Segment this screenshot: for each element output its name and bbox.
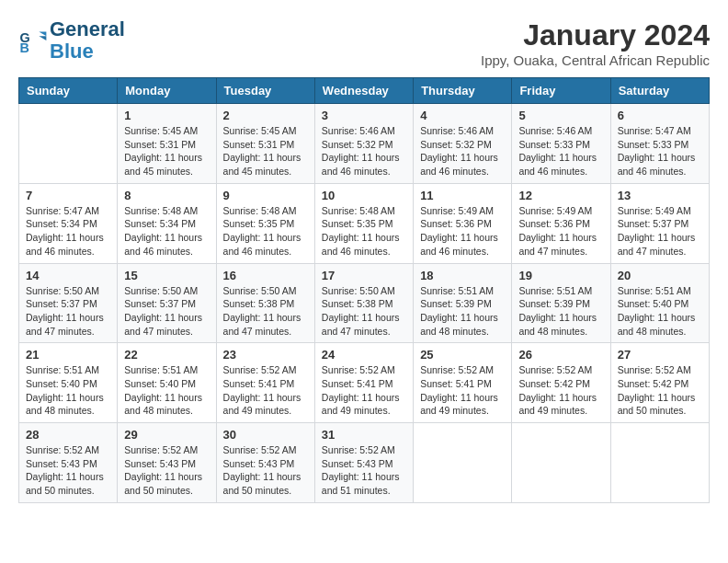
calendar-cell: 27Sunrise: 5:52 AM Sunset: 5:42 PM Dayli… — [610, 343, 709, 423]
day-number: 2 — [223, 109, 308, 122]
day-number: 12 — [518, 189, 603, 202]
day-info: Sunrise: 5:52 AM Sunset: 5:41 PM Dayligh… — [322, 363, 406, 418]
calendar-cell: 23Sunrise: 5:52 AM Sunset: 5:41 PM Dayli… — [216, 343, 314, 423]
day-info: Sunrise: 5:51 AM Sunset: 5:39 PM Dayligh… — [420, 284, 505, 339]
calendar-week-row: 14Sunrise: 5:50 AM Sunset: 5:37 PM Dayli… — [19, 263, 710, 343]
day-number: 21 — [26, 348, 110, 362]
day-number: 24 — [322, 348, 406, 362]
calendar-cell: 12Sunrise: 5:49 AM Sunset: 5:36 PM Dayli… — [512, 183, 610, 263]
day-info: Sunrise: 5:52 AM Sunset: 5:42 PM Dayligh… — [618, 363, 702, 418]
day-info: Sunrise: 5:52 AM Sunset: 5:43 PM Dayligh… — [223, 443, 308, 498]
day-info: Sunrise: 5:51 AM Sunset: 5:40 PM Dayligh… — [26, 363, 110, 418]
day-number: 15 — [124, 269, 209, 282]
calendar-cell: 6Sunrise: 5:47 AM Sunset: 5:33 PM Daylig… — [610, 104, 709, 184]
day-info: Sunrise: 5:50 AM Sunset: 5:37 PM Dayligh… — [26, 284, 110, 339]
day-info: Sunrise: 5:46 AM Sunset: 5:32 PM Dayligh… — [322, 124, 406, 178]
day-info: Sunrise: 5:45 AM Sunset: 5:31 PM Dayligh… — [223, 124, 308, 178]
day-number: 31 — [322, 428, 406, 442]
day-info: Sunrise: 5:50 AM Sunset: 5:37 PM Dayligh… — [124, 284, 209, 339]
month-title: January 2024 — [481, 18, 710, 52]
calendar-cell: 4Sunrise: 5:46 AM Sunset: 5:32 PM Daylig… — [414, 104, 512, 184]
calendar-cell: 20Sunrise: 5:51 AM Sunset: 5:40 PM Dayli… — [610, 263, 709, 343]
calendar-week-row: 21Sunrise: 5:51 AM Sunset: 5:40 PM Dayli… — [19, 343, 710, 423]
day-info: Sunrise: 5:52 AM Sunset: 5:43 PM Dayligh… — [124, 443, 209, 498]
logo: G B GeneralBlue — [18, 18, 125, 63]
calendar-cell: 10Sunrise: 5:48 AM Sunset: 5:35 PM Dayli… — [314, 183, 413, 263]
day-number: 6 — [618, 109, 702, 122]
day-info: Sunrise: 5:45 AM Sunset: 5:31 PM Dayligh… — [124, 124, 209, 178]
calendar-cell — [19, 104, 118, 184]
page-header: G B GeneralBlue January 2024 Ippy, Ouaka… — [18, 18, 710, 68]
day-number: 4 — [420, 109, 505, 122]
calendar-table: SundayMondayTuesdayWednesdayThursdayFrid… — [18, 77, 710, 503]
day-info: Sunrise: 5:47 AM Sunset: 5:33 PM Dayligh… — [618, 124, 702, 178]
calendar-cell: 13Sunrise: 5:49 AM Sunset: 5:37 PM Dayli… — [610, 183, 709, 263]
logo-text: GeneralBlue — [50, 18, 125, 63]
day-number: 22 — [124, 348, 209, 362]
weekday-header-monday: Monday — [118, 78, 216, 104]
calendar-cell: 29Sunrise: 5:52 AM Sunset: 5:43 PM Dayli… — [118, 423, 216, 503]
weekday-header-thursday: Thursday — [414, 78, 512, 104]
day-info: Sunrise: 5:48 AM Sunset: 5:35 PM Dayligh… — [322, 204, 406, 259]
day-number: 20 — [618, 269, 702, 282]
calendar-week-row: 7Sunrise: 5:47 AM Sunset: 5:34 PM Daylig… — [19, 183, 710, 263]
calendar-cell: 31Sunrise: 5:52 AM Sunset: 5:43 PM Dayli… — [314, 423, 413, 503]
calendar-cell: 15Sunrise: 5:50 AM Sunset: 5:37 PM Dayli… — [118, 263, 216, 343]
calendar-cell: 16Sunrise: 5:50 AM Sunset: 5:38 PM Dayli… — [216, 263, 314, 343]
day-number: 3 — [322, 109, 406, 122]
day-info: Sunrise: 5:47 AM Sunset: 5:34 PM Dayligh… — [26, 204, 110, 259]
day-info: Sunrise: 5:52 AM Sunset: 5:43 PM Dayligh… — [26, 443, 110, 498]
calendar-cell: 26Sunrise: 5:52 AM Sunset: 5:42 PM Dayli… — [512, 343, 610, 423]
calendar-cell: 22Sunrise: 5:51 AM Sunset: 5:40 PM Dayli… — [118, 343, 216, 423]
day-info: Sunrise: 5:49 AM Sunset: 5:37 PM Dayligh… — [618, 204, 702, 259]
day-number: 5 — [518, 109, 603, 122]
calendar-cell: 1Sunrise: 5:45 AM Sunset: 5:31 PM Daylig… — [118, 104, 216, 184]
svg-marker-1 — [39, 32, 46, 37]
day-number: 27 — [618, 348, 702, 362]
day-number: 19 — [518, 269, 603, 282]
day-number: 10 — [322, 189, 406, 202]
title-block: January 2024 Ippy, Ouaka, Central Africa… — [481, 18, 710, 68]
day-number: 8 — [124, 189, 209, 202]
calendar-cell — [610, 423, 709, 503]
calendar-cell: 28Sunrise: 5:52 AM Sunset: 5:43 PM Dayli… — [19, 423, 118, 503]
calendar-cell: 17Sunrise: 5:50 AM Sunset: 5:38 PM Dayli… — [314, 263, 413, 343]
day-info: Sunrise: 5:51 AM Sunset: 5:40 PM Dayligh… — [124, 363, 209, 418]
calendar-cell: 25Sunrise: 5:52 AM Sunset: 5:41 PM Dayli… — [414, 343, 512, 423]
day-info: Sunrise: 5:49 AM Sunset: 5:36 PM Dayligh… — [518, 204, 603, 259]
day-info: Sunrise: 5:52 AM Sunset: 5:42 PM Dayligh… — [518, 363, 603, 418]
location-subtitle: Ippy, Ouaka, Central African Republic — [481, 52, 710, 68]
calendar-cell: 19Sunrise: 5:51 AM Sunset: 5:39 PM Dayli… — [512, 263, 610, 343]
calendar-cell — [512, 423, 610, 503]
day-info: Sunrise: 5:51 AM Sunset: 5:40 PM Dayligh… — [618, 284, 702, 339]
day-number: 13 — [618, 189, 702, 202]
day-number: 17 — [322, 269, 406, 282]
day-number: 26 — [518, 348, 603, 362]
day-number: 11 — [420, 189, 505, 202]
calendar-cell: 30Sunrise: 5:52 AM Sunset: 5:43 PM Dayli… — [216, 423, 314, 503]
day-info: Sunrise: 5:52 AM Sunset: 5:41 PM Dayligh… — [223, 363, 308, 418]
day-number: 23 — [223, 348, 308, 362]
day-number: 14 — [26, 269, 110, 282]
calendar-cell: 5Sunrise: 5:46 AM Sunset: 5:33 PM Daylig… — [512, 104, 610, 184]
day-number: 9 — [223, 189, 308, 202]
calendar-cell: 21Sunrise: 5:51 AM Sunset: 5:40 PM Dayli… — [19, 343, 118, 423]
day-number: 7 — [26, 189, 110, 202]
weekday-header-sunday: Sunday — [19, 78, 118, 104]
svg-marker-2 — [39, 36, 46, 40]
day-number: 16 — [223, 269, 308, 282]
calendar-cell: 2Sunrise: 5:45 AM Sunset: 5:31 PM Daylig… — [216, 104, 314, 184]
calendar-cell: 3Sunrise: 5:46 AM Sunset: 5:32 PM Daylig… — [314, 104, 413, 184]
day-info: Sunrise: 5:52 AM Sunset: 5:43 PM Dayligh… — [322, 443, 406, 498]
day-number: 18 — [420, 269, 505, 282]
day-number: 25 — [420, 348, 505, 362]
day-number: 30 — [223, 428, 308, 442]
day-info: Sunrise: 5:50 AM Sunset: 5:38 PM Dayligh… — [223, 284, 308, 339]
calendar-cell: 7Sunrise: 5:47 AM Sunset: 5:34 PM Daylig… — [19, 183, 118, 263]
calendar-cell: 11Sunrise: 5:49 AM Sunset: 5:36 PM Dayli… — [414, 183, 512, 263]
day-info: Sunrise: 5:46 AM Sunset: 5:33 PM Dayligh… — [518, 124, 603, 178]
calendar-week-row: 28Sunrise: 5:52 AM Sunset: 5:43 PM Dayli… — [19, 423, 710, 503]
day-info: Sunrise: 5:49 AM Sunset: 5:36 PM Dayligh… — [420, 204, 505, 259]
day-info: Sunrise: 5:51 AM Sunset: 5:39 PM Dayligh… — [518, 284, 603, 339]
weekday-header-saturday: Saturday — [610, 78, 709, 104]
